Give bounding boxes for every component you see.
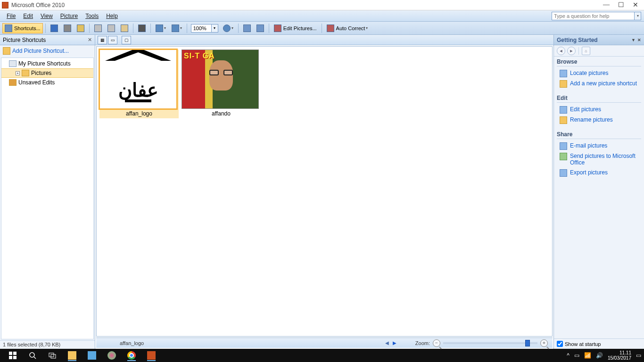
tray-wifi-icon[interactable]: 📶	[584, 352, 591, 359]
locate-pictures-link[interactable]: Locate pictures	[557, 68, 641, 79]
menu-file[interactable]: File	[3, 12, 19, 20]
taskpane-close-button[interactable]: ✕	[637, 38, 641, 42]
search-button[interactable]	[25, 350, 41, 361]
svg-rect-6	[49, 353, 54, 357]
export-pictures-link[interactable]: Export pictures	[557, 168, 641, 178]
menubar: File Edit View Picture Tools Help ▾	[0, 10, 644, 22]
next-button[interactable]: ▶	[393, 340, 396, 346]
tray-date: 15/03/2017	[608, 355, 631, 361]
svg-rect-2	[9, 356, 12, 359]
sidebar-status: 1 files selected (8,70 KB)	[0, 340, 95, 349]
zoom-in-button[interactable]: +	[540, 339, 548, 347]
tray-volume-icon[interactable]: 🔊	[596, 352, 603, 359]
prev-button[interactable]: ◀	[385, 340, 389, 346]
rotate-right-button[interactable]	[254, 23, 266, 33]
zoom-slider[interactable]	[443, 342, 537, 344]
auto-correct-button[interactable]: Auto Correct	[324, 23, 371, 33]
thumbnail-view-button[interactable]: ▦	[98, 36, 107, 44]
help-button[interactable]	[221, 23, 236, 33]
back-button[interactable]: ◄	[557, 47, 565, 55]
single-view-button[interactable]: ▢	[122, 36, 131, 44]
edit-section: Edit Edit pictures Rename pictures	[554, 93, 644, 129]
thumbnails-grid: عفان affan_logo SI-T GA affando	[96, 46, 553, 337]
thumbnail-affan-logo[interactable]: عفان affan_logo	[99, 49, 179, 118]
zoom-label: Zoom:	[415, 340, 430, 346]
paste-button[interactable]	[118, 23, 131, 33]
menu-view[interactable]: View	[37, 12, 57, 20]
taskbar-paint-button[interactable]	[104, 350, 120, 361]
taskbar-notepad-button[interactable]	[84, 350, 100, 361]
start-button[interactable]	[5, 350, 21, 361]
thumbnail-affando[interactable]: SI-T GA affando	[182, 49, 261, 118]
menu-edit[interactable]: Edit	[19, 12, 37, 20]
tray-chevron-icon[interactable]: ^	[567, 352, 570, 359]
tree-pictures[interactable]: + Pictures	[1, 68, 93, 78]
zoom-slider-handle[interactable]	[525, 340, 530, 346]
rename-pictures-link[interactable]: Rename pictures	[557, 115, 641, 125]
add-shortcut-link[interactable]: Add Picture Shortcut...	[12, 48, 69, 54]
menu-help[interactable]: Help	[102, 12, 122, 20]
tray-clock[interactable]: 11.11 15/03/2017	[608, 350, 631, 361]
copy-button[interactable]	[105, 23, 117, 33]
add-shortcut-link[interactable]: Add a new picture shortcut	[557, 79, 641, 89]
help-search-dropdown[interactable]: ▾	[635, 12, 641, 20]
toolbar: Shortcuts... ▾ Edit Pictures... Auto Cor…	[0, 22, 644, 35]
current-filename: affan_logo	[120, 340, 144, 346]
thumbnail-image: SI-T GA	[182, 49, 259, 109]
forward-button[interactable]: ►	[567, 47, 576, 55]
close-button[interactable]: ✕	[633, 1, 638, 9]
taskpane-menu-button[interactable]: ▼	[631, 38, 636, 42]
app-icon	[2, 2, 8, 8]
send-to-office-link[interactable]: Send pictures to Microsoft Office	[557, 151, 641, 168]
show-at-startup-checkbox[interactable]	[557, 341, 563, 347]
mail-button[interactable]	[74, 23, 87, 33]
taskbar-picture-manager-button[interactable]	[143, 350, 159, 361]
add-shortcut-row[interactable]: Add Picture Shortcut...	[0, 45, 95, 57]
section-title: Browse	[557, 58, 641, 66]
toolbar-separator	[269, 24, 269, 33]
edit-pictures-button[interactable]: Edit Pictures...	[272, 23, 319, 33]
menu-tools[interactable]: Tools	[82, 12, 102, 20]
help-search-input[interactable]	[552, 12, 635, 20]
search-icon	[560, 70, 567, 77]
shortcuts-button[interactable]: Shortcuts...	[2, 23, 43, 33]
save-button[interactable]	[48, 23, 60, 33]
taskbar-explorer-button[interactable]	[64, 350, 80, 361]
section-title: Edit	[557, 95, 641, 103]
tray-time: 11.11	[608, 350, 631, 355]
edit-pictures-link[interactable]: Edit pictures	[557, 105, 641, 115]
taskbar-chrome-button[interactable]	[124, 350, 140, 361]
rotate-left-button[interactable]	[241, 23, 253, 33]
home-button[interactable]: ⌂	[582, 47, 590, 55]
print-button[interactable]	[61, 23, 74, 33]
cut-button[interactable]	[92, 23, 104, 33]
sidebar-close-button[interactable]: ✕	[88, 37, 92, 43]
tree-label: My Picture Shortcuts	[18, 60, 71, 67]
show-at-startup-label: Show at startup	[565, 341, 601, 347]
redo-button[interactable]	[169, 23, 184, 33]
menu-picture[interactable]: Picture	[57, 12, 82, 20]
shortcut-tree: My Picture Shortcuts + Pictures Unsaved …	[1, 58, 94, 339]
task-view-button[interactable]	[44, 350, 60, 361]
zoom-combo: ▾	[191, 24, 218, 33]
expand-icon[interactable]: +	[16, 71, 20, 75]
email-pictures-link[interactable]: E-mail pictures	[557, 141, 641, 151]
maximize-button[interactable]: ☐	[618, 1, 624, 9]
zoom-dropdown[interactable]: ▾	[212, 24, 218, 33]
tree-unsaved[interactable]: Unsaved Edits	[1, 78, 93, 87]
shortcut-icon	[9, 60, 17, 67]
delete-button[interactable]	[136, 23, 148, 33]
zoom-out-button[interactable]: −	[433, 339, 440, 347]
undo-button[interactable]	[153, 23, 168, 33]
view-toolbar: ▦ ▭ ▢	[95, 35, 553, 45]
tree-root[interactable]: My Picture Shortcuts	[1, 59, 93, 68]
minimize-button[interactable]: —	[603, 1, 610, 9]
photo-face	[209, 60, 233, 90]
zoom-input[interactable]	[191, 24, 212, 33]
help-search: ▾	[552, 12, 641, 20]
tray-notifications-icon[interactable]: ▭	[636, 352, 641, 359]
zoom-controls: Zoom: − +	[415, 339, 548, 347]
filmstrip-view-button[interactable]: ▭	[108, 36, 117, 44]
tray-battery-icon[interactable]: ▭	[574, 352, 579, 359]
tree-label: Unsaved Edits	[18, 79, 55, 86]
